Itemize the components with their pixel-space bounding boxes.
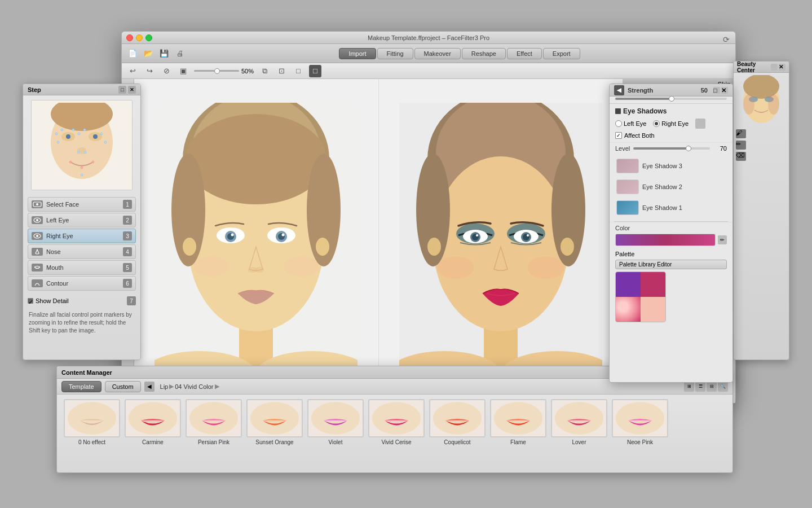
compare-icon[interactable]: ⧉ — [258, 65, 271, 77]
open-file-icon[interactable]: 📂 — [142, 47, 155, 60]
cm-item-sunset-orange[interactable]: Sunset Orange — [246, 399, 303, 445]
bc-tool-brush[interactable]: 🖌 — [734, 128, 789, 139]
detail-view-btn[interactable]: ⊟ — [707, 382, 717, 392]
radio-left-eye-circle[interactable] — [615, 120, 622, 127]
cm-item-flame[interactable]: Flame — [490, 399, 546, 445]
tab-export[interactable]: Export — [543, 48, 580, 59]
redo-icon[interactable]: ↪ — [143, 65, 156, 77]
color-picker-icon[interactable]: ✏ — [718, 235, 727, 244]
show-detail-checkbox[interactable]: ✓ — [28, 298, 33, 304]
svg-point-22 — [36, 203, 38, 205]
step-item-right-eye[interactable]: Right Eye 3 — [28, 229, 136, 243]
svg-point-85 — [372, 402, 421, 435]
palette-cell-3[interactable] — [616, 297, 641, 322]
step-title: Step — [28, 86, 41, 93]
eraser-icon: ⌫ — [736, 152, 746, 161]
close-button[interactable] — [126, 34, 133, 41]
cm-item-vivid-cerise[interactable]: Vivid Cerise — [368, 399, 425, 445]
cm-item-lover[interactable]: Lover — [551, 399, 607, 445]
maximize-button[interactable] — [145, 34, 152, 41]
palette-cell-2[interactable] — [641, 272, 665, 297]
step-item-nose[interactable]: Nose 4 — [28, 244, 136, 259]
svg-point-43 — [231, 234, 234, 237]
step-panel: Step □ ✕ — [23, 84, 141, 360]
undo-icon[interactable]: ↩ — [126, 65, 139, 77]
tab-import[interactable]: Import — [339, 48, 376, 59]
step-item-mouth[interactable]: Mouth 5 — [28, 260, 136, 275]
bce-close-btn[interactable]: ✕ — [721, 87, 728, 94]
palette-cell-1[interactable] — [616, 272, 641, 297]
cancel-icon[interactable]: ⊘ — [160, 65, 173, 77]
eye-radio-group: Left Eye Right Eye — [610, 117, 732, 131]
color-swatch[interactable] — [615, 234, 716, 246]
zoom-thumb[interactable] — [214, 68, 220, 74]
eye-options-btn[interactable] — [695, 119, 705, 129]
tab-fitting[interactable]: Fitting — [377, 48, 413, 59]
list-view-btn[interactable]: ☰ — [695, 382, 705, 392]
grid-view-btn[interactable]: ⊞ — [684, 382, 694, 392]
search-btn[interactable]: 🔍 — [718, 382, 728, 392]
cm-item-persian-pink[interactable]: Persian Pink — [186, 399, 242, 445]
radio-right-eye-circle[interactable] — [653, 120, 660, 127]
step-close-btn[interactable]: ✕ — [128, 86, 136, 94]
eye-shadow-1[interactable]: Eye Shadow 1 — [614, 198, 728, 217]
cm-item-neoe-pink[interactable]: Neoe Pink — [612, 399, 668, 445]
canvas-main — [134, 79, 623, 403]
select-face-label: Select Face — [46, 201, 123, 208]
bc-close-btn[interactable]: ✕ — [779, 64, 785, 71]
crop-icon[interactable]: ▣ — [177, 65, 189, 77]
eye-shadow-3[interactable]: Eye Shadow 3 — [614, 156, 728, 176]
tab-effect[interactable]: Effect — [507, 48, 542, 59]
print-icon[interactable]: 🖨 — [174, 47, 186, 60]
radio-right-eye[interactable]: Right Eye — [653, 120, 689, 127]
cm-tab-custom[interactable]: Custom — [105, 381, 141, 392]
bc-tool-eraser[interactable]: ⌫ — [734, 151, 789, 162]
bc-header: Beauty Center ✕ — [734, 62, 789, 73]
cm-tab-template[interactable]: Template — [61, 381, 102, 392]
strength-slider[interactable] — [615, 98, 727, 100]
strength-thumb[interactable] — [669, 96, 674, 102]
step-item-select-face[interactable]: Select Face 1 — [28, 197, 136, 212]
eye-shadow-2[interactable]: Eye Shadow 2 — [614, 177, 728, 196]
svg-point-81 — [129, 402, 177, 435]
step-minimize-btn[interactable]: □ — [118, 86, 126, 94]
cm-path-color[interactable]: 04 Vivid Color — [175, 383, 213, 390]
affect-both-checkbox[interactable]: ✓ — [615, 132, 622, 139]
bc-back-btn[interactable]: ◀ — [614, 85, 624, 95]
palette-cell-4[interactable] — [641, 297, 665, 322]
tab-reshape[interactable]: Reshape — [462, 48, 506, 59]
save-icon[interactable]: 💾 — [158, 47, 170, 60]
thumb-neoe-pink — [612, 399, 668, 437]
svg-point-59 — [561, 238, 574, 256]
bc-tool-pencil[interactable]: ✏ — [734, 139, 789, 151]
bce-minimize-btn[interactable]: □ — [713, 87, 720, 94]
bc-minimize-btn[interactable] — [771, 64, 778, 71]
cm-item-coquelicot[interactable]: Coquelicot — [429, 399, 486, 445]
radio-left-eye[interactable]: Left Eye — [615, 120, 646, 127]
bc-face-thumbnail — [739, 75, 784, 126]
level-slider[interactable] — [633, 147, 710, 150]
svg-point-68 — [476, 234, 478, 237]
tab-makeover[interactable]: Makeover — [414, 48, 461, 59]
new-file-icon[interactable]: 📄 — [126, 47, 139, 60]
cm-item-violet[interactable]: Violet — [307, 399, 364, 445]
cm-item-no-effect[interactable]: 0 No effect — [64, 399, 120, 445]
level-thumb[interactable] — [686, 146, 691, 151]
step-item-left-eye[interactable]: Left Eye 2 — [28, 213, 136, 227]
step-item-contour[interactable]: Contour 6 — [28, 276, 136, 291]
cm-path-lip[interactable]: Lip — [160, 383, 169, 390]
palette-library-btn[interactable]: Palette Library Editor — [615, 260, 727, 269]
cm-back-arrow[interactable]: ◀ — [144, 382, 155, 392]
label-coquelicot: Coquelicot — [444, 439, 470, 445]
dark-view-icon[interactable]: □ — [309, 65, 321, 77]
eye-shadows-title: Eye Shadows — [610, 104, 732, 117]
bc-title: Beauty Center — [737, 61, 771, 73]
cm-item-carmine[interactable]: Carmine — [125, 399, 181, 445]
level-label: Level — [615, 145, 630, 152]
fit-icon[interactable]: ⊡ — [275, 65, 288, 77]
view-icon[interactable]: □ — [292, 65, 304, 77]
zoom-slider[interactable] — [194, 70, 239, 72]
minimize-button[interactable] — [136, 34, 143, 41]
window-title: Makeup Template.ffproject – FaceFilter3 … — [368, 34, 489, 41]
svg-point-48 — [284, 256, 318, 277]
